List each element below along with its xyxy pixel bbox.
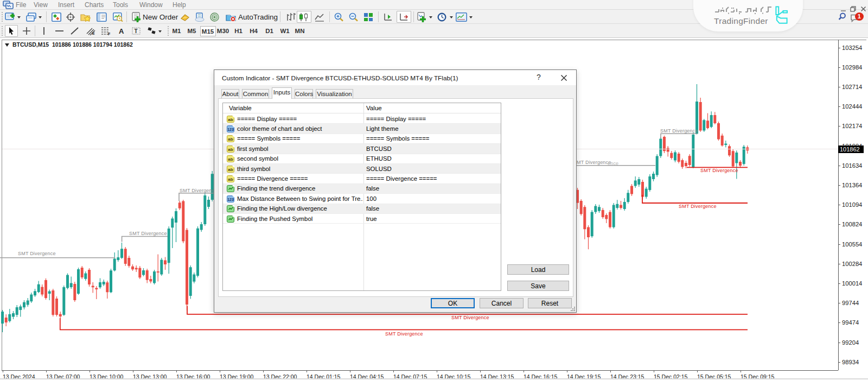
svg-text:SMT Divergence: SMT Divergence bbox=[700, 168, 738, 173]
svg-text:SMT Divergence: SMT Divergence bbox=[660, 128, 698, 134]
svg-text:SMT Divergence: SMT Divergence bbox=[18, 251, 56, 256]
svg-text:SMT Divergence: SMT Divergence bbox=[679, 204, 717, 209]
svg-text:SMT Divergence: SMT Divergence bbox=[129, 231, 167, 236]
svg-text:MT Divergence: MT Divergence bbox=[577, 160, 611, 165]
svg-text:ence: ence bbox=[608, 161, 618, 166]
svg-text:SMT Divergence: SMT Divergence bbox=[385, 331, 423, 337]
svg-text:SMT Divergence: SMT Divergence bbox=[180, 188, 218, 193]
svg-text:SMT Divergence: SMT Divergence bbox=[451, 315, 489, 320]
